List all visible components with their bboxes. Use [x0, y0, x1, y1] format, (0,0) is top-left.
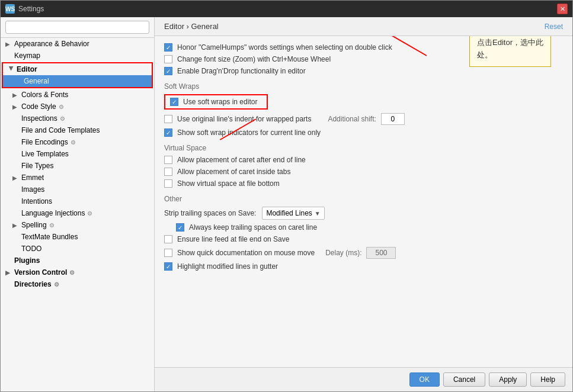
checkbox-camelhumps[interactable]: [164, 43, 172, 52]
checkbox-quick-docs[interactable]: [164, 249, 172, 257]
main-panel-wrapper: Editor › General Reset Honor "CamelHumps…: [155, 17, 572, 391]
sidebar-item-label: Language Injections: [21, 209, 85, 217]
expand-arrow: [12, 246, 20, 252]
checkbox-original-indent[interactable]: [164, 115, 172, 123]
sidebar-item-label: General: [24, 77, 49, 85]
sidebar-item-keymap[interactable]: Keymap: [1, 50, 154, 62]
expand-arrow: ▶: [12, 222, 20, 229]
settings-icon: ⚙: [71, 139, 76, 146]
editor-section-border: ▶ Editor General: [2, 62, 153, 88]
strip-trailing-dropdown[interactable]: Modified Lines ▼: [262, 207, 324, 220]
sidebar-item-file-code-templates[interactable]: File and Code Templates: [1, 124, 154, 136]
expand-arrow: ▶: [5, 269, 12, 276]
checkbox-keep-trailing[interactable]: [176, 223, 184, 232]
annotation-line2: 处。: [477, 49, 543, 62]
breadcrumb: Editor › General: [164, 22, 219, 31]
sidebar-item-inspections[interactable]: Inspections ⚙: [1, 113, 154, 124]
checkbox-virtual-bottom[interactable]: [164, 179, 172, 188]
reset-link[interactable]: Reset: [545, 23, 563, 31]
expand-arrow: [12, 234, 20, 240]
expand-arrow: [12, 198, 20, 205]
checkbox-drag-drop[interactable]: [164, 67, 172, 75]
main-panel: Editor › General Reset Honor "CamelHumps…: [155, 17, 572, 367]
expand-arrow: [12, 151, 20, 158]
main-content-area: ▶ Appearance & Behavior Keymap ▶ Editor …: [1, 17, 572, 391]
search-input[interactable]: [5, 21, 149, 34]
expand-arrow: [5, 258, 12, 264]
settings-icon: ⚙: [87, 210, 92, 217]
sidebar-item-todo[interactable]: TODO: [1, 243, 154, 255]
option-label-quick-docs: Show quick documentation on mouse move: [177, 249, 315, 257]
sidebar-item-colors-fonts[interactable]: ▶ Colors & Fonts: [1, 89, 154, 101]
sidebar-item-label: File Encodings: [21, 138, 68, 146]
sidebar-item-general[interactable]: General: [3, 75, 152, 87]
virtual-space-title: Virtual Space: [164, 144, 563, 152]
option-label-drag-drop: Enable Drag'n'Drop functionality in edit…: [177, 67, 306, 75]
expand-arrow: [12, 115, 20, 122]
expand-arrow: [15, 78, 22, 85]
option-drag-drop: Enable Drag'n'Drop functionality in edit…: [164, 67, 563, 75]
additional-shift-input[interactable]: [381, 113, 405, 125]
sidebar-item-label: Keymap: [14, 52, 40, 60]
sidebar-item-label: Version Control: [14, 268, 67, 277]
close-button[interactable]: ✕: [557, 4, 568, 14]
app-icon: WS: [5, 4, 15, 14]
option-caret-end: Allow placement of caret after end of li…: [164, 156, 563, 164]
option-highlight-modified: Highlight modified lines in gutter: [164, 262, 563, 271]
soft-wraps-title: Soft Wraps: [164, 82, 563, 91]
cancel-button[interactable]: Cancel: [443, 372, 485, 387]
sidebar-item-version-control[interactable]: ▶ Version Control ⚙: [1, 266, 154, 278]
window-title: Settings: [18, 5, 44, 13]
sidebar-item-label: File Types: [21, 162, 53, 170]
titlebar: WS Settings ✕: [1, 1, 572, 17]
checkbox-caret-end[interactable]: [164, 156, 172, 164]
sidebar-item-images[interactable]: Images: [1, 184, 154, 195]
sidebar-item-live-templates[interactable]: Live Templates: [1, 148, 154, 160]
checkbox-show-indicators[interactable]: [164, 128, 172, 137]
sidebar-item-label: Spelling: [21, 221, 47, 229]
ok-button[interactable]: OK: [409, 372, 440, 387]
option-ensure-line-feed: Ensure line feed at file end on Save: [164, 235, 563, 243]
sidebar-item-directories[interactable]: Directories ⚙: [1, 278, 154, 290]
option-label-camelhumps: Honor "CamelHumps" words settings when s…: [177, 43, 392, 52]
option-original-indent: Use original line's indent for wrapped p…: [164, 113, 563, 125]
sidebar-item-label: File and Code Templates: [21, 126, 100, 134]
titlebar-left: WS Settings: [5, 4, 44, 14]
option-show-indicators: Show soft wrap indicators for current li…: [164, 128, 563, 137]
sidebar-item-label: Editor: [17, 65, 37, 73]
sidebar-item-label: Intentions: [21, 197, 52, 205]
settings-icon: ⚙: [54, 281, 59, 288]
option-label-virtual-bottom: Show virtual space at file bottom: [177, 179, 280, 188]
delay-input[interactable]: [366, 247, 396, 259]
sidebar-item-appearance-behavior[interactable]: ▶ Appearance & Behavior: [1, 38, 154, 50]
checkbox-ensure-line-feed[interactable]: [164, 235, 172, 243]
sidebar-item-emmet[interactable]: ▶ Emmet: [1, 172, 154, 184]
soft-wraps-highlight-box: Use soft wraps in editor: [164, 94, 268, 110]
sidebar-item-label: Appearance & Behavior: [14, 40, 89, 48]
sidebar-item-label: TODO: [21, 245, 41, 253]
option-virtual-bottom: Show virtual space at file bottom: [164, 179, 563, 188]
annotation-line1: 点击Editor，选中此: [477, 37, 543, 49]
sidebar-item-file-types[interactable]: File Types: [1, 160, 154, 172]
other-title: Other: [164, 195, 563, 203]
apply-button[interactable]: Apply: [489, 372, 527, 387]
sidebar-item-textmate-bundles[interactable]: TextMate Bundles: [1, 231, 154, 243]
sidebar-item-code-style[interactable]: ▶ Code Style ⚙: [1, 101, 154, 113]
option-label-use-soft-wraps: Use soft wraps in editor: [183, 98, 257, 106]
option-quick-docs: Show quick documentation on mouse move D…: [164, 247, 563, 259]
help-button[interactable]: Help: [530, 372, 565, 387]
option-label-original-indent: Use original line's indent for wrapped p…: [177, 115, 311, 123]
sidebar-item-spelling[interactable]: ▶ Spelling ⚙: [1, 219, 154, 231]
checkbox-use-soft-wraps[interactable]: [170, 98, 178, 106]
sidebar-item-intentions[interactable]: Intentions: [1, 195, 154, 207]
checkbox-caret-tabs[interactable]: [164, 168, 172, 176]
checkbox-font-zoom[interactable]: [164, 55, 172, 63]
sidebar-item-plugins[interactable]: Plugins: [1, 255, 154, 266]
sidebar-item-editor[interactable]: ▶ Editor: [3, 63, 152, 75]
option-label-caret-end: Allow placement of caret after end of li…: [177, 156, 306, 164]
sidebar-item-language-injections[interactable]: Language Injections ⚙: [1, 207, 154, 219]
sidebar-item-file-encodings[interactable]: File Encodings ⚙: [1, 136, 154, 148]
checkbox-highlight-modified[interactable]: [164, 262, 172, 271]
sidebar-item-label: Emmet: [21, 173, 44, 182]
option-label-font-zoom: Change font size (Zoom) with Ctrl+Mouse …: [177, 55, 331, 63]
